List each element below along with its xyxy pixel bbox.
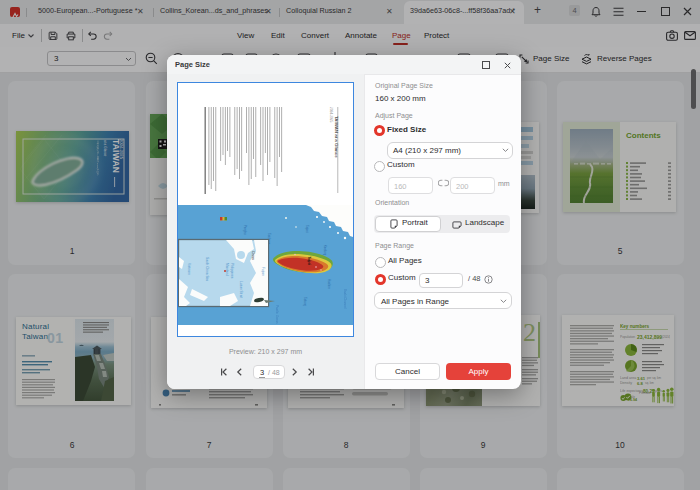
svg-text:Mainland: Mainland — [225, 263, 229, 276]
svg-text:Penghu: Penghu — [243, 225, 247, 235]
svg-text:Taipei: Taipei — [305, 225, 309, 233]
svg-text:Vietnam: Vietnam — [187, 263, 191, 275]
svg-text:Hualien: Hualien — [327, 279, 331, 289]
svg-text:Fujian: Fujian — [261, 267, 265, 276]
svg-text:Luzon Strait: Luzon Strait — [239, 281, 243, 298]
svg-text:Philippines: Philippines — [230, 263, 234, 279]
svg-text:Keelung: Keelung — [323, 245, 327, 256]
svg-text:2024-2025: 2024-2025 — [329, 107, 333, 122]
svg-text:Bashi Channel: Bashi Channel — [343, 289, 347, 309]
svg-text:Pacific Ocean: Pacific Ocean — [275, 305, 279, 324]
svg-text:TAIWAN at a Glance: TAIWAN at a Glance — [334, 116, 339, 158]
svg-text:Taipei: Taipei — [307, 257, 311, 266]
svg-text:China: China — [251, 251, 255, 260]
svg-text:South China Sea: South China Sea — [205, 257, 209, 281]
svg-text:Taitung: Taitung — [303, 297, 307, 306]
